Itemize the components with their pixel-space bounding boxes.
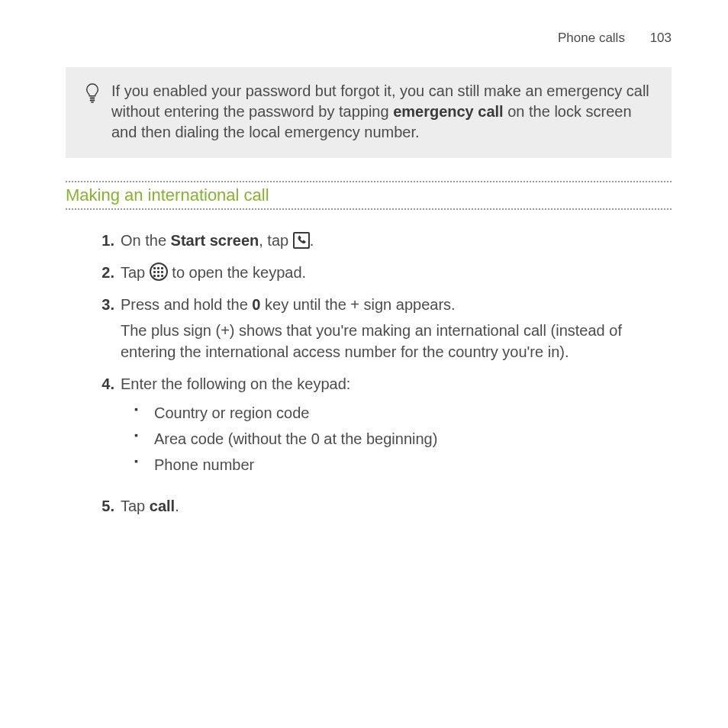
section-heading-block: Making an international call — [66, 181, 672, 210]
tip-text: If you enabled your password but forgot … — [111, 81, 650, 143]
page-header: Phone calls 103 — [66, 31, 672, 46]
step-number: 5. — [93, 495, 114, 517]
step-item: 3.Press and hold the 0 key until the + s… — [93, 294, 672, 373]
step-description: The plus sign (+) shows that you're maki… — [121, 320, 672, 362]
header-section: Phone calls — [558, 31, 625, 45]
lightbulb-icon — [84, 81, 111, 143]
bullet-item: Phone number — [134, 454, 672, 480]
step-body: Tap call. — [121, 498, 179, 514]
tip-text-bold: emergency call — [393, 103, 504, 120]
step-item: 1.On the Start screen, tap . — [93, 230, 672, 262]
step-item: 2.Tap to open the keypad. — [93, 262, 672, 294]
step-item: 5.Tap call. — [93, 495, 672, 527]
step-item: 4.Enter the following on the keypad:Coun… — [93, 373, 672, 495]
step-number: 2. — [93, 262, 114, 283]
step-body: On the Start screen, tap . — [121, 232, 314, 249]
bullet-item: Area code (without the 0 at the beginnin… — [134, 428, 672, 454]
bold-text: call — [150, 498, 175, 514]
step-body: Tap to open the keypad. — [121, 264, 306, 281]
divider-bottom — [66, 208, 672, 210]
steps-list: 1.On the Start screen, tap .2.Tap to ope… — [66, 230, 672, 527]
keypad-circle-icon — [150, 263, 168, 281]
bold-text: Start screen — [171, 232, 259, 249]
header-page-number: 103 — [650, 31, 672, 45]
step-number: 3. — [93, 294, 114, 315]
svg-rect-0 — [90, 98, 95, 99]
bullet-item: Country or region code — [134, 402, 672, 428]
step-number: 1. — [93, 230, 114, 251]
phone-tile-icon — [293, 232, 310, 249]
step-body: Enter the following on the keypad: — [121, 375, 350, 392]
svg-rect-2 — [91, 101, 94, 102]
divider-top — [66, 181, 672, 182]
svg-rect-1 — [90, 99, 95, 101]
section-title: Making an international call — [66, 185, 672, 205]
step-body: Press and hold the 0 key until the + sig… — [121, 296, 456, 313]
tip-callout: If you enabled your password but forgot … — [66, 67, 672, 158]
step-number: 4. — [93, 373, 114, 395]
document-page: Phone calls 103 If you enabled your pass… — [0, 0, 728, 527]
bold-text: 0 — [252, 296, 260, 313]
bullet-list: Country or region codeArea code (without… — [134, 402, 672, 480]
